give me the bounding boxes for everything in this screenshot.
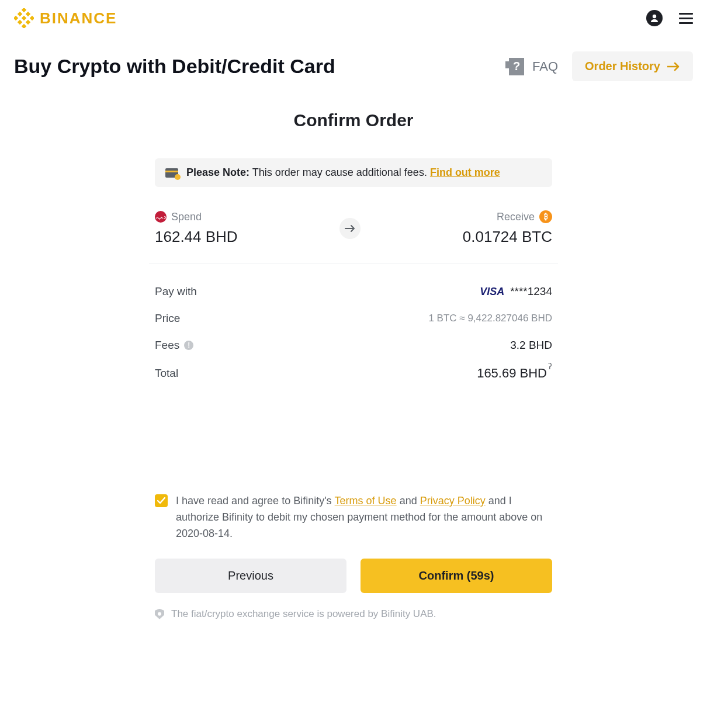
terms-link[interactable]: Terms of Use xyxy=(335,495,397,507)
bhd-currency-icon: .د.ب xyxy=(155,211,167,223)
svg-rect-0 xyxy=(22,8,26,12)
confirm-order-panel: Confirm Order Please Note: This order ma… xyxy=(143,110,564,620)
find-out-more-link[interactable]: Find out more xyxy=(430,167,500,178)
pay-with-label: Pay with xyxy=(155,285,197,298)
consent-checkbox[interactable] xyxy=(155,494,168,507)
note-body: This order may cause additional fees. xyxy=(249,167,430,178)
credit-card-icon xyxy=(165,168,178,178)
svg-rect-4 xyxy=(22,16,26,20)
footer-text: The fiat/crypto exchange service is powe… xyxy=(171,608,436,620)
svg-rect-6 xyxy=(26,12,30,16)
note-text: Please Note: This order may cause additi… xyxy=(186,167,500,179)
receive-column: Receive ₿ 0.01724 BTC xyxy=(463,210,552,246)
brand-logo[interactable]: BINANCE xyxy=(14,8,117,28)
svg-rect-7 xyxy=(18,20,22,25)
receive-label-row: Receive ₿ xyxy=(497,210,552,223)
spend-column: .د.ب Spend 162.44 BHD xyxy=(155,211,238,246)
order-history-label: Order History xyxy=(585,60,660,73)
confirm-title: Confirm Order xyxy=(155,110,552,130)
menu-icon[interactable] xyxy=(679,13,693,24)
previous-button[interactable]: Previous xyxy=(155,559,346,593)
page-title: Buy Crypto with Debit/Credit Card xyxy=(14,55,335,78)
total-amount: 165.69 BHD xyxy=(477,366,547,381)
visa-brand: VISA xyxy=(480,286,504,298)
consent-mid: and xyxy=(397,495,420,507)
fees-label-text: Fees xyxy=(155,339,179,352)
receive-value: 0.01724 BTC xyxy=(463,228,552,246)
spend-label-row: .د.ب Spend xyxy=(155,211,238,223)
faq-icon: ? xyxy=(509,58,524,75)
total-sup: ʔ xyxy=(548,362,552,371)
svg-rect-5 xyxy=(18,12,22,16)
confirm-button[interactable]: Confirm (59s) xyxy=(361,559,552,593)
faq-link[interactable]: ? FAQ xyxy=(509,58,558,75)
consent-text: I have read and agree to Bifinity's Term… xyxy=(176,493,552,542)
footer-note: The fiat/crypto exchange service is powe… xyxy=(155,608,552,620)
arrow-right-icon xyxy=(667,62,680,71)
total-label: Total xyxy=(155,367,178,380)
privacy-link[interactable]: Privacy Policy xyxy=(420,495,486,507)
price-value: 1 BTC ≈ 9,422.827046 BHD xyxy=(428,313,552,324)
consent-pre: I have read and agree to Bifinity's xyxy=(176,495,335,507)
note-strong: Please Note: xyxy=(186,167,249,178)
brand-name: BINANCE xyxy=(40,9,117,27)
svg-point-9 xyxy=(653,15,656,18)
fees-label: Fees ! xyxy=(155,339,193,352)
total-value: 165.69 BHDʔ xyxy=(477,366,552,381)
card-masked: ****1234 xyxy=(510,285,552,298)
total-row: Total 165.69 BHDʔ xyxy=(155,359,552,388)
arrow-swap-icon xyxy=(339,218,361,239)
price-row: Price 1 BTC ≈ 9,422.827046 BHD xyxy=(155,305,552,332)
spend-value: 162.44 BHD xyxy=(155,228,238,246)
svg-rect-3 xyxy=(30,16,34,20)
binance-icon xyxy=(14,8,34,28)
info-icon[interactable]: ! xyxy=(184,341,193,350)
pay-with-value: VISA ****1234 xyxy=(480,285,552,298)
order-history-button[interactable]: Order History xyxy=(572,51,693,81)
svg-rect-2 xyxy=(14,16,18,20)
shield-icon xyxy=(155,609,164,619)
header-actions xyxy=(646,10,693,26)
app-header: BINANCE xyxy=(0,0,707,34)
title-actions: ? FAQ Order History xyxy=(509,51,693,81)
fees-value: 3.2 BHD xyxy=(510,339,552,352)
spend-label: Spend xyxy=(171,211,202,223)
consent-row: I have read and agree to Bifinity's Term… xyxy=(155,493,552,542)
exchange-row: .د.ب Spend 162.44 BHD Receive ₿ 0.01724 … xyxy=(149,210,558,264)
action-buttons: Previous Confirm (59s) xyxy=(155,559,552,593)
btc-currency-icon: ₿ xyxy=(539,210,552,223)
pay-with-row: Pay with VISA ****1234 xyxy=(155,278,552,305)
fees-row: Fees ! 3.2 BHD xyxy=(155,332,552,359)
faq-label: FAQ xyxy=(532,59,558,74)
svg-rect-1 xyxy=(22,24,26,28)
fee-note: Please Note: This order may cause additi… xyxy=(155,158,552,187)
title-bar: Buy Crypto with Debit/Credit Card ? FAQ … xyxy=(0,34,707,87)
svg-rect-8 xyxy=(26,20,30,25)
receive-label: Receive xyxy=(497,211,535,223)
account-icon[interactable] xyxy=(646,10,663,26)
price-label: Price xyxy=(155,312,180,325)
